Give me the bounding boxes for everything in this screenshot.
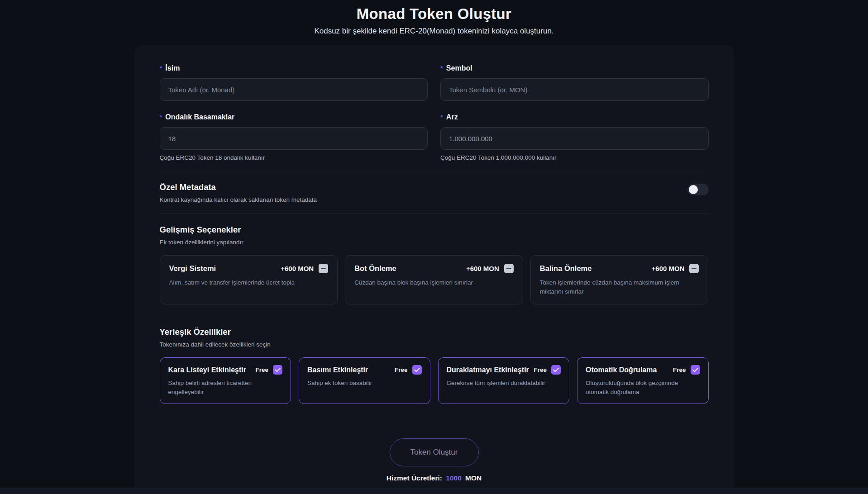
name-label-row: * İsim (160, 64, 428, 72)
advanced-options-grid: Vergi Sistemi +600 MON Alım, satım ve tr… (160, 255, 709, 304)
anti-whale-description: Token işlemlerinde cüzdan başına maksimu… (540, 278, 699, 296)
auto-verify-feature-name: Otomatik Doğrulama (586, 366, 657, 374)
token-form-card: * İsim * Sembol * Ondalık Basamaklar Çoğ… (134, 45, 734, 494)
submit-area: Token Oluştur (160, 438, 709, 466)
option-right: +600 MON (281, 264, 328, 273)
pause-checkbox-check-icon[interactable] (551, 365, 561, 375)
feature-head: Duraklatmayı Etkinleştir Free (447, 365, 561, 375)
anti-bot-name: Bot Önleme (354, 264, 396, 273)
option-head: Vergi Sistemi +600 MON (169, 264, 329, 273)
toggle-knob (689, 185, 698, 194)
advanced-options-section: Gelişmiş Seçenekler Ek token özellikleri… (160, 225, 709, 304)
decimals-hint: Çoğu ERC20 Token 18 ondalık kullanır (160, 154, 428, 161)
custom-metadata-text: Özel Metadata Kontrat kaynağında kalıcı … (160, 182, 317, 203)
required-star: * (440, 64, 443, 72)
supply-hint: Çoğu ERC20 Token 1.000.000.000 kullanır (440, 154, 709, 161)
pause-feature-name: Duraklatmayı Etkinleştir (447, 366, 529, 374)
decimals-label-row: * Ondalık Basamaklar (160, 113, 428, 121)
service-fee-prefix: Hizmet Ücretleri: (386, 474, 442, 482)
page-subtitle: Kodsuz bir şekilde kendi ERC-20(Monad) t… (0, 27, 868, 36)
auto-verify-checkbox-check-icon[interactable] (691, 365, 700, 375)
auto-verify-feature-description: Oluşturulduğunda blok gezgininde otomati… (586, 379, 700, 396)
tax-system-name: Vergi Sistemi (169, 264, 216, 273)
feature-head: Kara Listeyi Etkinleştir Free (168, 365, 283, 375)
custom-metadata-description: Kontrat kaynağında kalıcı olarak saklana… (160, 196, 317, 203)
divider (160, 213, 709, 214)
feature-head: Otomatik Doğrulama Free (586, 365, 700, 375)
builtin-features-subtitle: Tokenınıza dahil edilecek özellikleri se… (160, 341, 709, 348)
anti-whale-price: +600 MON (652, 265, 685, 272)
custom-metadata-section: Özel Metadata Kontrat kaynağında kalıcı … (160, 173, 709, 213)
decimals-field-label: Ondalık Basamaklar (165, 113, 234, 121)
required-star: * (160, 113, 162, 121)
symbol-field-group: * Sembol (440, 64, 709, 101)
auto-verify-feature-price: Free (673, 366, 686, 373)
name-input[interactable] (160, 78, 428, 101)
name-field-label: İsim (165, 64, 180, 72)
symbol-input[interactable] (440, 78, 709, 101)
name-field-group: * İsim (160, 64, 428, 101)
supply-field-group: * Arz Çoğu ERC20 Token 1.000.000.000 kul… (440, 113, 709, 161)
auto-verify-feature-card[interactable]: Otomatik Doğrulama Free Oluşturulduğunda… (577, 357, 709, 404)
builtin-features-grid: Kara Listeyi Etkinleştir Free Sahip beli… (160, 357, 709, 404)
tax-system-checkbox-minus-icon[interactable] (319, 264, 328, 273)
custom-metadata-toggle[interactable] (687, 184, 709, 195)
tax-system-price: +600 MON (281, 265, 314, 272)
feature-right: Free (534, 365, 561, 375)
minting-feature-price: Free (395, 366, 408, 373)
feature-right: Free (255, 365, 282, 375)
option-head: Bot Önleme +600 MON (354, 264, 514, 273)
required-star: * (440, 113, 443, 121)
option-head: Balina Önleme +600 MON (540, 264, 699, 273)
pause-feature-card[interactable]: Duraklatmayı Etkinleştir Free Gerekirse … (438, 357, 570, 404)
decimals-input[interactable] (160, 127, 428, 150)
page-title: Monad Token Oluştur (0, 5, 868, 23)
decimals-field-group: * Ondalık Basamaklar Çoğu ERC20 Token 18… (160, 113, 428, 161)
pause-feature-price: Free (534, 366, 547, 373)
required-star: * (160, 64, 162, 72)
symbol-field-label: Sembol (446, 64, 472, 72)
option-right: +600 MON (652, 264, 699, 273)
supply-label-row: * Arz (440, 113, 709, 121)
service-fee-currency: MON (465, 474, 482, 482)
minting-feature-card[interactable]: Basımı Etkinleştir Free Sahip ek token b… (299, 357, 430, 404)
service-fee-amount: 1000 (446, 474, 461, 482)
anti-whale-checkbox-minus-icon[interactable] (689, 264, 699, 273)
supply-input[interactable] (440, 127, 709, 150)
supply-field-label: Arz (446, 113, 458, 121)
blacklist-feature-description: Sahip belirli adresleri ticaretten engel… (168, 379, 283, 396)
anti-bot-price: +600 MON (466, 265, 499, 272)
pause-feature-description: Gerekirse tüm işlemleri duraklatabilir (447, 379, 561, 388)
minting-feature-description: Sahip ek token basabilir (307, 379, 422, 388)
anti-bot-description: Cüzdan başına blok başına işlemleri sını… (354, 278, 514, 287)
minting-checkbox-check-icon[interactable] (412, 365, 422, 375)
custom-metadata-title: Özel Metadata (160, 182, 317, 192)
builtin-features-title: Yerleşik Özellikler (160, 327, 709, 337)
builtin-features-section: Yerleşik Özellikler Tokenınıza dahil edi… (160, 327, 709, 404)
service-fee-line: Hizmet Ücretleri: 1000 MON (160, 474, 709, 482)
anti-bot-checkbox-minus-icon[interactable] (504, 264, 514, 273)
advanced-options-subtitle: Ek token özelliklerini yapılandır (160, 239, 709, 246)
blacklist-feature-price: Free (255, 366, 268, 373)
blacklist-feature-card[interactable]: Kara Listeyi Etkinleştir Free Sahip beli… (160, 357, 291, 404)
page-header: Monad Token Oluştur Kodsuz bir şekilde k… (0, 0, 868, 36)
create-token-button[interactable]: Token Oluştur (390, 438, 479, 466)
advanced-options-title: Gelişmiş Seçenekler (160, 225, 709, 235)
anti-whale-card[interactable]: Balina Önleme +600 MON Token işlemlerind… (530, 255, 709, 304)
anti-whale-name: Balina Önleme (540, 264, 592, 273)
name-symbol-row: * İsim * Sembol (160, 64, 709, 101)
feature-right: Free (395, 365, 422, 375)
blacklist-checkbox-check-icon[interactable] (273, 365, 282, 375)
option-right: +600 MON (466, 264, 514, 273)
tax-system-card[interactable]: Vergi Sistemi +600 MON Alım, satım ve tr… (160, 255, 338, 304)
feature-head: Basımı Etkinleştir Free (307, 365, 422, 375)
blacklist-feature-name: Kara Listeyi Etkinleştir (168, 366, 247, 374)
decimals-supply-row: * Ondalık Basamaklar Çoğu ERC20 Token 18… (160, 113, 709, 161)
tax-system-description: Alım, satım ve transfer işlemlerinde ücr… (169, 278, 329, 287)
feature-right: Free (673, 365, 700, 375)
next-section-edge (0, 488, 868, 494)
symbol-label-row: * Sembol (440, 64, 709, 72)
minting-feature-name: Basımı Etkinleştir (307, 366, 368, 374)
anti-bot-card[interactable]: Bot Önleme +600 MON Cüzdan başına blok b… (345, 255, 523, 304)
